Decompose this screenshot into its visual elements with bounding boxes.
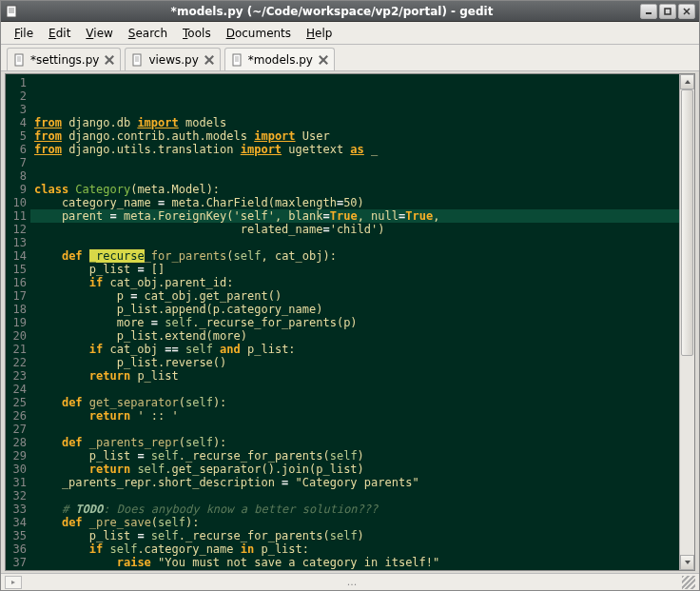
document-icon <box>131 53 145 67</box>
menu-documents[interactable]: Documents <box>219 25 299 42</box>
document-icon <box>231 53 244 67</box>
tab-views-py[interactable]: views.py <box>125 48 220 70</box>
svg-rect-14 <box>133 54 141 66</box>
scroll-up-arrow[interactable] <box>680 74 694 89</box>
code-editor[interactable]: from django.db import models from django… <box>30 74 679 570</box>
menu-bar: File Edit View Search Tools Documents He… <box>1 22 699 45</box>
resize-grip[interactable] <box>682 576 695 589</box>
vertical-scrollbar[interactable] <box>679 74 694 570</box>
menu-search[interactable]: Search <box>121 25 175 42</box>
document-icon <box>13 53 27 67</box>
status-bar: ... <box>1 573 699 590</box>
menu-tools[interactable]: Tools <box>175 25 219 42</box>
gedit-app-icon <box>5 4 20 19</box>
tab-label: *settings.py <box>30 53 99 67</box>
scrollbar-track[interactable] <box>680 89 694 555</box>
svg-rect-5 <box>665 9 671 14</box>
svg-rect-0 <box>7 6 16 17</box>
minimize-button[interactable] <box>640 4 657 19</box>
svg-marker-28 <box>11 581 15 584</box>
tab-close-icon[interactable] <box>203 53 216 67</box>
svg-rect-8 <box>15 54 23 66</box>
scrollbar-thumb[interactable] <box>681 89 693 356</box>
maximize-button[interactable] <box>659 4 676 19</box>
svg-rect-20 <box>233 54 241 66</box>
status-center: ... <box>22 576 682 588</box>
svg-marker-27 <box>685 561 690 564</box>
tab--settings-py[interactable]: *settings.py <box>7 48 121 70</box>
title-bar: *models.py (~/Code/workspace/vp2/portal)… <box>1 1 699 22</box>
menu-edit[interactable]: Edit <box>41 25 78 42</box>
tab-close-icon[interactable] <box>103 53 116 67</box>
menu-file[interactable]: File <box>7 25 41 42</box>
line-number-gutter: 1 2 3 4 5 6 7 8 9 10 11 12 13 14 15 16 1… <box>6 74 30 570</box>
status-panel-toggle[interactable] <box>5 576 22 589</box>
menu-help[interactable]: Help <box>299 25 340 42</box>
close-button[interactable] <box>678 4 695 19</box>
tab-label: *models.py <box>248 53 313 67</box>
svg-marker-26 <box>685 80 690 84</box>
scroll-down-arrow[interactable] <box>680 555 694 570</box>
menu-view[interactable]: View <box>78 25 120 42</box>
tab-bar: *settings.pyviews.py*models.py <box>1 45 699 71</box>
tab-close-icon[interactable] <box>317 53 330 67</box>
window-title: *models.py (~/Code/workspace/vp2/portal)… <box>26 5 638 18</box>
editor-area: 1 2 3 4 5 6 7 8 9 10 11 12 13 14 15 16 1… <box>5 73 695 571</box>
tab-label: views.py <box>148 53 198 67</box>
tab--models-py[interactable]: *models.py <box>224 48 335 70</box>
